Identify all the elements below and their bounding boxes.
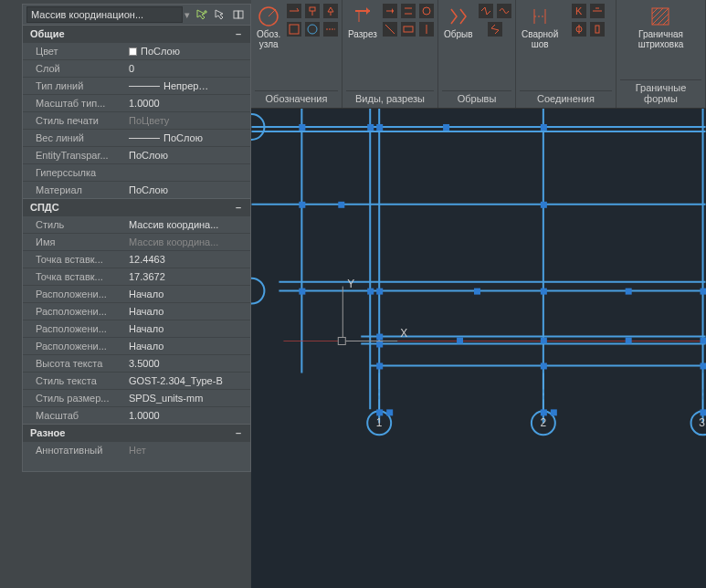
select-objects-button[interactable] <box>212 6 228 23</box>
svg-rect-65 <box>299 289 305 295</box>
prop-layer[interactable]: 0 <box>125 63 250 74</box>
section-button[interactable]: Разрез <box>346 4 379 89</box>
section-misc-header[interactable]: Разное – <box>23 424 250 441</box>
svg-rect-70 <box>626 289 632 295</box>
break-button[interactable]: Обрыв <box>442 4 475 89</box>
svg-rect-63 <box>541 202 547 208</box>
ribbon-group-gran: Граничная штриховка Граничные формы <box>616 0 706 108</box>
prop-spds-dimstyle[interactable]: SPDS_units-mm <box>125 393 250 404</box>
svg-rect-94 <box>238 11 243 18</box>
toggle-pickadd-button[interactable] <box>230 6 247 23</box>
view-line-icon[interactable] <box>383 22 397 37</box>
prop-ltscale[interactable]: 1.0000 <box>125 98 250 109</box>
drawing-canvas[interactable]: 1 2 3 X Y <box>251 108 706 588</box>
svg-rect-67 <box>376 289 383 295</box>
svg-marker-12 <box>366 7 370 15</box>
line-sample-icon <box>129 138 160 139</box>
properties-panel: Массив координацион... ▾ Общие – ЦветПоС… <box>22 4 251 472</box>
hatch-icon <box>649 5 671 27</box>
prop-spds-loc1[interactable]: Начало <box>125 289 250 299</box>
prop-spds-insx[interactable]: 12.4463 <box>125 254 250 265</box>
svg-rect-60 <box>376 124 383 131</box>
svg-rect-76 <box>626 338 632 344</box>
cursor-plus-icon <box>195 8 208 21</box>
prop-spds-style[interactable]: Массив координа... <box>125 219 250 230</box>
object-type-select[interactable]: Массив координацион... <box>26 6 183 23</box>
elev-icon[interactable] <box>419 4 434 18</box>
collapse-icon: – <box>234 202 243 213</box>
axis-mark-icon[interactable] <box>323 22 338 37</box>
svg-rect-81 <box>376 409 383 415</box>
svg-rect-62 <box>338 202 344 208</box>
svg-marker-15 <box>392 8 394 14</box>
svg-rect-61 <box>299 202 305 208</box>
svg-rect-82 <box>386 409 393 415</box>
prop-spds-loc2[interactable]: Начало <box>125 306 250 317</box>
prop-spds-tstyle[interactable]: GOST-2.304_Type-B <box>125 375 250 386</box>
weld-k-icon[interactable]: K <box>572 4 586 18</box>
prop-spds-loc4[interactable]: Начало <box>125 341 250 352</box>
bolt-icon[interactable] <box>572 22 586 37</box>
prop-spds-insy[interactable]: 17.3672 <box>125 271 250 282</box>
ribbon-group-soed: Сварной шов K Соединения <box>516 0 616 108</box>
svg-line-31 <box>652 8 663 19</box>
break-zig-icon[interactable] <box>488 22 502 37</box>
svg-rect-71 <box>701 289 706 295</box>
svg-rect-58 <box>367 124 374 131</box>
section-common-header[interactable]: Общие – <box>23 25 250 42</box>
node-designation-icon <box>258 5 279 27</box>
change-icon[interactable] <box>305 22 320 37</box>
view-rect-icon[interactable] <box>401 22 416 37</box>
svg-rect-68 <box>474 289 480 295</box>
axis-bubble-3: 3 <box>699 416 705 429</box>
level-icon[interactable] <box>323 4 338 18</box>
view-arrow-icon[interactable] <box>383 4 397 18</box>
svg-rect-64 <box>443 124 449 131</box>
svg-text:Y: Y <box>347 278 354 290</box>
svg-rect-73 <box>376 341 383 348</box>
svg-rect-93 <box>234 11 238 18</box>
collapse-icon: – <box>234 28 243 39</box>
prop-spds-theight[interactable]: 3.5000 <box>125 358 250 369</box>
weld-button[interactable]: Сварной шов <box>520 4 560 89</box>
quick-select-button[interactable] <box>194 6 210 23</box>
svg-line-34 <box>663 19 669 25</box>
prop-material[interactable]: ПоСлою <box>125 184 250 195</box>
prop-annotative: Нет <box>125 445 250 456</box>
svg-rect-79 <box>541 362 547 369</box>
weld-joint-icon[interactable] <box>590 4 605 18</box>
svg-line-19 <box>385 25 395 34</box>
svg-rect-85 <box>701 409 706 415</box>
prop-plotstyle: ПоЦвету <box>125 115 250 126</box>
view-misc-icon[interactable] <box>419 22 434 37</box>
hatch-button[interactable]: Граничная штриховка <box>637 4 686 78</box>
axis-bubble-1: 1 <box>376 416 383 429</box>
svg-rect-84 <box>551 409 557 415</box>
prop-linetype[interactable]: Непрер… <box>125 80 250 91</box>
ribbon-group-vidy: Разрез Виды, разрезы <box>342 0 438 108</box>
fragment-icon[interactable] <box>287 22 301 37</box>
svg-rect-57 <box>299 124 305 131</box>
view-arrow2-icon[interactable] <box>401 4 416 18</box>
prop-spds-loc3[interactable]: Начало <box>125 323 250 334</box>
section-spds-header[interactable]: СПДС – <box>23 198 250 215</box>
prop-transparency[interactable]: ПоСлою <box>125 150 250 161</box>
prop-lineweight[interactable]: ПоСлою <box>125 132 250 143</box>
break-wave-icon[interactable] <box>497 4 511 18</box>
mark-icon[interactable] <box>287 4 301 18</box>
svg-rect-72 <box>376 334 383 341</box>
svg-rect-69 <box>541 289 547 295</box>
svg-rect-66 <box>367 289 374 295</box>
break-line-icon[interactable] <box>479 4 493 18</box>
svg-rect-83 <box>541 409 547 415</box>
prop-color[interactable]: ПоСлою <box>125 46 250 57</box>
position-icon[interactable] <box>305 4 320 18</box>
node-designation-button[interactable]: Обоз. узла <box>255 4 282 89</box>
svg-rect-20 <box>404 26 413 32</box>
prop-spds-name: Массив координа... <box>125 236 250 247</box>
svg-line-1 <box>269 9 276 16</box>
ribbon-group-oboznach: Обоз. узла Обозначения <box>251 0 342 108</box>
rivet-icon[interactable] <box>590 22 605 37</box>
svg-marker-6 <box>328 7 333 12</box>
prop-spds-scale[interactable]: 1.0000 <box>125 410 250 421</box>
